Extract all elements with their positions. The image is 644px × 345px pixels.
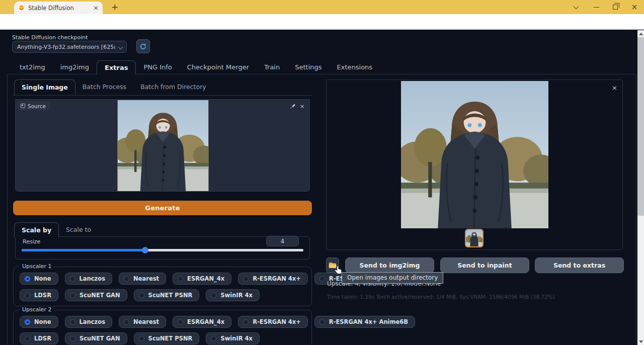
radio-icon (25, 293, 30, 298)
result-thumbnail-selected[interactable] (465, 229, 484, 247)
scrollbar-thumb[interactable] (637, 37, 644, 216)
tab-scale-by[interactable]: Scale by (14, 222, 59, 238)
upscaler1-label: Upscaler 1 (20, 263, 54, 270)
source-image (117, 100, 209, 191)
close-icon: × (631, 4, 638, 11)
window-close-button[interactable]: × (626, 0, 643, 14)
resize-slider-fill (22, 249, 145, 251)
new-tab-button[interactable]: + (109, 1, 121, 13)
window-restore-button[interactable] (607, 0, 624, 14)
source-chip-label: Source (28, 103, 46, 109)
send-to-extras-button[interactable]: Send to extras (535, 257, 624, 273)
radio-icon (178, 319, 183, 325)
tab-close-icon[interactable]: × (93, 4, 99, 12)
resize-slider[interactable] (22, 249, 303, 251)
hand-pointer-icon (334, 266, 343, 276)
arrow-up-icon (639, 33, 643, 35)
tab-img2img[interactable]: img2img (53, 60, 97, 74)
main-tabbar: txt2img img2img Extras PNG Info Checkpoi… (12, 60, 380, 74)
radio-checked-icon (25, 276, 30, 282)
page-scrollbar[interactable] (637, 30, 644, 345)
edit-image-button[interactable] (289, 103, 296, 110)
subtab-single-image[interactable]: Single Image (14, 79, 75, 95)
minimize-icon (594, 7, 599, 8)
radio-icon (139, 336, 144, 341)
resize-slider-thumb[interactable] (142, 247, 148, 253)
window-minimize-button[interactable] (588, 0, 605, 14)
send-to-inpaint-button[interactable]: Send to inpaint (440, 257, 529, 273)
upscaler1-option-lanczos[interactable]: Lanczos (65, 273, 113, 285)
radio-checked-icon (25, 319, 30, 325)
pencil-icon (290, 104, 295, 109)
result-image[interactable] (400, 81, 549, 228)
clear-image-button[interactable]: × (298, 103, 306, 110)
upscaler2-option-swinir4x[interactable]: SwinIR 4x (206, 332, 260, 344)
browser-titlebar: Stable Diffusion × + × (0, 0, 644, 14)
browser-tab-title: Stable Diffusion (28, 5, 90, 12)
thumbnail-image (466, 230, 482, 246)
source-image-dropzone[interactable]: Source × (15, 99, 310, 192)
upscaler1-option-resrgan4x[interactable]: R-ESRGAN 4x+ (238, 273, 308, 285)
upscaler2-option-scunet-psnr[interactable]: ScuNET PSNR (134, 332, 200, 344)
upscaler1-option-swinir4x[interactable]: SwinIR 4x (206, 289, 260, 301)
upscaler1-option-scunet-psnr[interactable]: ScuNET PSNR (134, 289, 200, 301)
upscaler2-option-resrgan-anime6b[interactable]: R-ESRGAN 4x+ Anime6B (314, 316, 415, 328)
refresh-icon (139, 43, 147, 50)
send-to-img2img-button[interactable]: Send to img2img (345, 257, 434, 273)
upscaler1-option-nearest[interactable]: Nearest (119, 273, 166, 285)
upscaler2-option-scunet-gan[interactable]: ScuNET GAN (65, 332, 127, 344)
upscaler1-row1: None Lanczos Nearest ESRGAN_4x R-ESRGAN … (20, 273, 305, 285)
tab-extensions[interactable]: Extensions (330, 60, 380, 74)
upscaler2-option-lanczos[interactable]: Lanczos (65, 316, 113, 328)
scrollbar-down-button[interactable] (637, 338, 644, 345)
tab-train[interactable]: Train (257, 60, 287, 74)
scale-by-panel: Resize 4 (15, 236, 310, 260)
generate-button[interactable]: Generate (13, 201, 312, 215)
radio-icon (211, 293, 216, 298)
tab-txt2img[interactable]: txt2img (12, 60, 53, 74)
radio-icon (211, 336, 216, 341)
radio-icon (139, 293, 144, 298)
checkpoint-label: Stable Diffusion checkpoint (12, 34, 88, 41)
subtab-divider (13, 95, 312, 96)
stable-diffusion-favicon (18, 5, 25, 11)
restore-icon (613, 5, 618, 10)
upscaler2-option-resrgan4x[interactable]: R-ESRGAN 4x+ (238, 316, 308, 328)
browser-tab[interactable]: Stable Diffusion × (14, 2, 103, 14)
upscaler1-option-ldsr[interactable]: LDSR (20, 289, 58, 301)
radio-icon (70, 319, 75, 325)
tab-extras[interactable]: Extras (97, 60, 136, 75)
tab-checkpoint-merger[interactable]: Checkpoint Merger (180, 60, 257, 74)
upscaler2-row2: LDSR ScuNET GAN ScuNET PSNR SwinIR 4x (20, 332, 305, 344)
performance-info-text: Time taken: 1.29s Torch active/reserved:… (327, 294, 555, 300)
resize-label: Resize (23, 238, 40, 245)
scale-tabs: Scale by Scale to (14, 222, 98, 238)
upscaler1-group: Upscaler 1 None Lanczos Nearest ESRGAN_4… (13, 267, 312, 306)
upscaler2-option-nearest[interactable]: Nearest (119, 316, 166, 328)
subtab-batch-process[interactable]: Batch Process (75, 79, 133, 95)
upscaler2-option-none[interactable]: None (20, 316, 58, 328)
extras-subtabs: Single Image Batch Process Batch from Di… (14, 79, 213, 95)
checkpoint-dropdown[interactable]: Anything-V3-fp32.safetensors [625a2ba2] (12, 41, 127, 53)
radio-icon (70, 336, 75, 341)
radio-icon (243, 319, 249, 325)
radio-icon (178, 276, 183, 282)
close-gallery-icon[interactable]: × (612, 84, 617, 92)
radio-icon (319, 319, 325, 325)
upscaler2-option-esrgan4x[interactable]: ESRGAN_4x (173, 316, 231, 328)
tab-settings[interactable]: Settings (287, 60, 329, 74)
refresh-checkpoint-button[interactable] (136, 39, 150, 53)
subtab-batch-from-directory[interactable]: Batch from Directory (133, 79, 213, 95)
upscaler2-label: Upscaler 2 (20, 306, 54, 313)
upscaler1-option-none[interactable]: None (20, 273, 58, 285)
resize-number-input[interactable]: 4 (266, 236, 299, 246)
upscaler1-option-scunet-gan[interactable]: ScuNET GAN (65, 289, 127, 301)
window-chevron-icon[interactable] (568, 0, 585, 14)
upscaler2-option-ldsr[interactable]: LDSR (20, 332, 58, 344)
upscaler2-row1: None Lanczos Nearest ESRGAN_4x R-ESRGAN … (20, 316, 305, 328)
upscaler1-option-esrgan4x[interactable]: ESRGAN_4x (173, 273, 231, 285)
webui-page: Stable Diffusion checkpoint Anything-V3-… (0, 30, 637, 345)
scrollbar-up-button[interactable] (637, 30, 644, 37)
tab-png-info[interactable]: PNG Info (136, 60, 179, 74)
tab-scale-to[interactable]: Scale to (59, 222, 98, 238)
